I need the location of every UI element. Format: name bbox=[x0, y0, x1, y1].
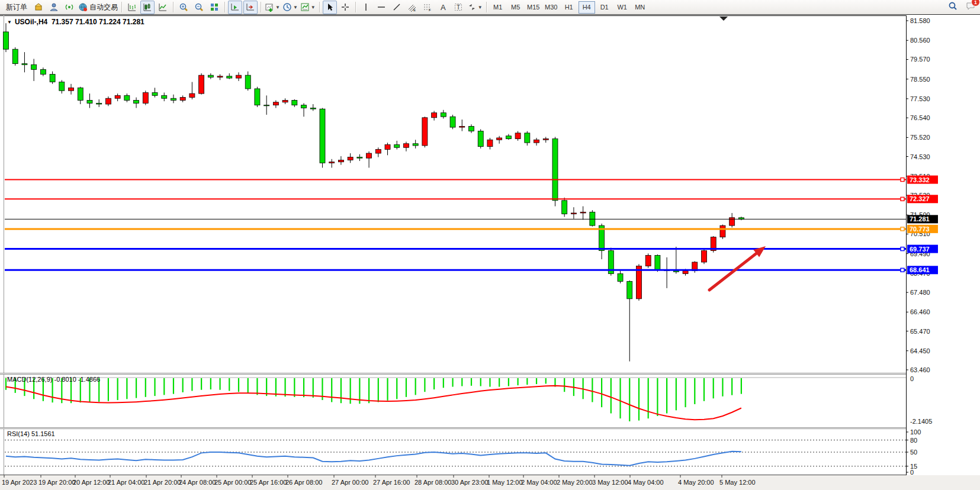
chart-symbol-timeframe: USOil-,H4 bbox=[15, 18, 47, 26]
timeframe-button-m1[interactable]: M1 bbox=[490, 1, 506, 14]
fibonacci-icon[interactable]: F bbox=[420, 1, 435, 14]
line-handle[interactable] bbox=[901, 247, 904, 251]
time-tick-label: 26 Apr 08:00 bbox=[285, 479, 322, 486]
cursor-icon[interactable] bbox=[323, 1, 337, 14]
candle-body-down bbox=[87, 100, 92, 103]
trendline-icon[interactable] bbox=[390, 1, 404, 14]
symbol-dropdown-icon[interactable]: ▼ bbox=[7, 20, 12, 25]
zoom-in-icon[interactable] bbox=[176, 1, 191, 14]
timeframe-button-m15[interactable]: M15 bbox=[525, 1, 542, 14]
arrows-icon[interactable]: ▼ bbox=[467, 1, 483, 14]
candle-body-down bbox=[97, 103, 102, 104]
text-icon[interactable]: A bbox=[436, 1, 450, 14]
zoom-out-icon[interactable] bbox=[192, 1, 206, 14]
candle-body-down bbox=[78, 88, 83, 100]
bar-chart-icon[interactable] bbox=[125, 1, 139, 14]
candle-body-up bbox=[273, 102, 278, 105]
chart-shift-icon[interactable] bbox=[243, 1, 258, 14]
tiles-glyph bbox=[210, 2, 219, 12]
dropdown-arrow-icon[interactable]: ▼ bbox=[478, 5, 483, 10]
toolbar-separator bbox=[355, 2, 356, 12]
chart-background bbox=[0, 15, 980, 490]
chart-header: ▼USOil-,H4 71.357 71.410 71.224 71.281 bbox=[7, 18, 144, 26]
time-tick-label: 25 Apr 00:00 bbox=[214, 479, 251, 486]
line-handle[interactable] bbox=[901, 268, 904, 272]
package-icon[interactable] bbox=[31, 1, 46, 14]
timeframe-button-w1[interactable]: W1 bbox=[614, 1, 631, 14]
package-glyph bbox=[34, 2, 43, 12]
time-tick-label: 20 Apr 12:00 bbox=[73, 479, 110, 486]
price-tag-72.327-text: 72.327 bbox=[910, 195, 930, 202]
horizontal-line-icon[interactable] bbox=[374, 1, 388, 14]
candle-body-down bbox=[525, 133, 530, 143]
timeframe-button-h1[interactable]: H1 bbox=[561, 1, 577, 14]
search-icon[interactable] bbox=[948, 1, 957, 13]
line-handle[interactable] bbox=[901, 178, 904, 182]
candle-body-down bbox=[264, 105, 269, 106]
line-handle[interactable] bbox=[901, 227, 904, 231]
candle-body-down bbox=[40, 69, 46, 74]
autotrade-button[interactable]: 自动交易 bbox=[78, 1, 118, 14]
timeframe-button-d1[interactable]: D1 bbox=[596, 1, 613, 14]
rsi-scale-label: 50 bbox=[910, 449, 917, 456]
candle-body-up bbox=[645, 256, 651, 266]
templates-icon[interactable]: ▼ bbox=[300, 1, 316, 14]
label-icon[interactable]: T bbox=[451, 1, 465, 14]
new-chart-icon[interactable]: ▼ bbox=[264, 1, 281, 14]
timeframe-button-h4[interactable]: H4 bbox=[579, 1, 595, 14]
new-order-button-label: 新订单 bbox=[6, 2, 27, 12]
chart-canvas[interactable]: 81.58080.56079.57078.55077.53076.54075.5… bbox=[0, 15, 980, 490]
candle-body-down bbox=[162, 95, 167, 98]
candle-body-up bbox=[375, 150, 381, 154]
price-tick-label: 65.470 bbox=[910, 328, 930, 335]
timeframe-button-mn[interactable]: MN bbox=[632, 1, 648, 14]
candle-body-up bbox=[730, 218, 735, 225]
candle-body-up bbox=[422, 118, 428, 146]
candle-body-down bbox=[506, 136, 511, 139]
equidistant-channel-icon[interactable]: E bbox=[405, 1, 419, 14]
price-tag-69.737-text: 69.737 bbox=[910, 246, 930, 253]
candle-body-down bbox=[301, 105, 307, 108]
price-tick-label: 81.580 bbox=[910, 17, 930, 24]
crosshair-glyph bbox=[340, 2, 350, 12]
line-chart-icon[interactable] bbox=[156, 1, 170, 14]
timeframe-button-m5[interactable]: M5 bbox=[507, 1, 524, 14]
auto-scroll-icon[interactable] bbox=[228, 1, 242, 14]
crosshair-icon[interactable] bbox=[338, 1, 352, 14]
search-glyph bbox=[948, 1, 957, 11]
svg-text:F: F bbox=[429, 8, 431, 12]
candle-body-down bbox=[310, 108, 316, 109]
candle-body-up bbox=[543, 139, 548, 140]
new-order-button[interactable]: 新订单 bbox=[3, 1, 30, 14]
zoomout-glyph bbox=[194, 2, 204, 12]
time-tick-label: 27 Apr 00:00 bbox=[332, 479, 368, 486]
account-icon[interactable] bbox=[47, 1, 61, 14]
price-tick-label: 76.540 bbox=[910, 114, 930, 121]
dropdown-arrow-icon[interactable]: ▼ bbox=[293, 5, 298, 10]
candle-body-up bbox=[217, 76, 223, 78]
price-tick-label: 66.460 bbox=[910, 308, 930, 315]
candlestick-icon[interactable] bbox=[140, 1, 155, 14]
line-handle[interactable] bbox=[901, 197, 904, 201]
candle-body-down bbox=[394, 144, 400, 147]
candle-body-down bbox=[124, 95, 130, 100]
periods-icon[interactable]: ▼ bbox=[282, 1, 298, 14]
svg-text:T: T bbox=[457, 4, 460, 11]
dropdown-arrow-icon[interactable]: ▼ bbox=[311, 5, 316, 10]
price-tick-label: 64.450 bbox=[910, 347, 930, 354]
chat-icon[interactable]: 1 bbox=[966, 1, 975, 13]
candle-body-down bbox=[552, 139, 558, 201]
signals-icon[interactable] bbox=[62, 1, 76, 14]
candle-body-down bbox=[562, 201, 567, 214]
timeframe-button-m30[interactable]: M30 bbox=[543, 1, 560, 14]
tile-windows-icon[interactable] bbox=[207, 1, 221, 14]
price-tick-label: 75.520 bbox=[910, 134, 930, 141]
time-tick-label: 30 Apr 23:00 bbox=[451, 479, 488, 486]
candle-body-up bbox=[367, 153, 372, 158]
vertical-line-icon[interactable] bbox=[359, 1, 373, 14]
zoomin-glyph bbox=[179, 2, 188, 12]
price-tick-label: 67.480 bbox=[910, 289, 930, 296]
candle-body-up bbox=[432, 113, 437, 118]
dropdown-arrow-icon[interactable]: ▼ bbox=[275, 5, 280, 10]
toolbar-separator bbox=[486, 2, 487, 12]
